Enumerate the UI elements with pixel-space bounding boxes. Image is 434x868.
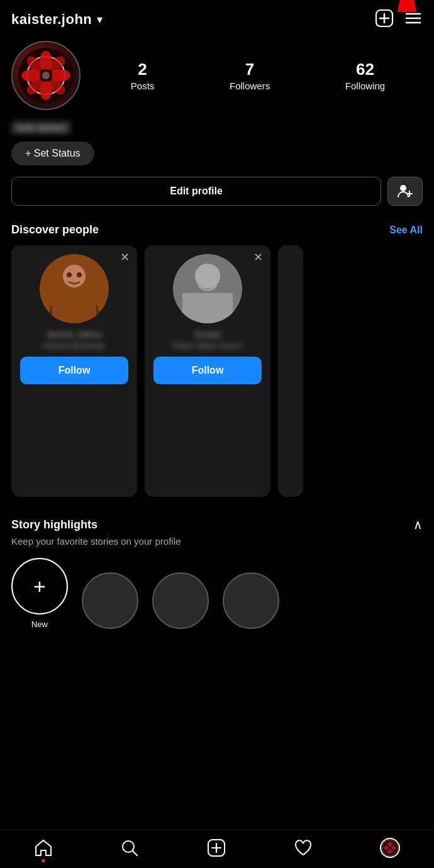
- card-avatar-image-1: [40, 254, 109, 323]
- followers-stat[interactable]: 7 Followers: [230, 60, 270, 91]
- card-avatar-image-2: [173, 254, 242, 323]
- header-right: [375, 9, 423, 30]
- card-close-button-2[interactable]: ✕: [253, 252, 263, 263]
- avatar-svg: [18, 47, 74, 104]
- bio-name: John Stones: [11, 121, 70, 134]
- add-person-icon: [397, 183, 413, 199]
- following-count: 62: [356, 60, 374, 79]
- person1-avatar-svg: [40, 254, 109, 323]
- svg-point-40: [384, 847, 389, 850]
- chevron-down-icon[interactable]: ▾: [97, 13, 103, 26]
- card-avatar-1: [40, 254, 109, 323]
- card-avatar-2: [173, 254, 242, 323]
- posts-label: Posts: [131, 81, 155, 91]
- svg-point-18: [42, 72, 50, 79]
- see-all-link[interactable]: See All: [389, 225, 423, 236]
- nav-add[interactable]: [207, 838, 226, 857]
- avatar-image: [13, 42, 79, 109]
- discover-cards-scroll: ✕ berenic_fatima Fatima Hernandez Follow: [0, 245, 434, 508]
- add-post-button[interactable]: [375, 9, 394, 30]
- set-status-label: + Set Status: [25, 148, 81, 159]
- menu-icon: [404, 9, 423, 28]
- nav-avatar-svg: [383, 841, 397, 855]
- highlight-circle-1: [82, 572, 138, 629]
- svg-point-41: [391, 847, 396, 850]
- highlights-row: + New: [11, 558, 423, 629]
- card-close-button-1[interactable]: ✕: [120, 252, 130, 263]
- svg-point-38: [389, 842, 392, 847]
- following-stat[interactable]: 62 Following: [345, 60, 385, 91]
- person2-avatar-svg: [173, 254, 242, 323]
- card-username-2: frizzpel: [153, 330, 262, 339]
- card-displayname-1: Fatima Hernandez: [20, 342, 128, 350]
- person-card-partial-3: [278, 245, 303, 497]
- highlight-new[interactable]: + New: [11, 558, 68, 629]
- hamburger-menu-button[interactable]: [404, 9, 423, 30]
- heart-icon: [294, 838, 313, 857]
- svg-point-42: [389, 847, 391, 849]
- svg-point-19: [400, 185, 406, 191]
- nav-profile-avatar: [380, 838, 400, 858]
- card-username-1: berenic_fatima: [20, 330, 128, 339]
- add-icon: [207, 838, 226, 857]
- follow-button-1[interactable]: Follow: [20, 357, 128, 384]
- highlight-circle-3: [223, 572, 279, 629]
- profile-avatar[interactable]: [11, 41, 81, 110]
- person-card-2: ✕ frizzpel Fritzie Villarin Acesor Follo…: [145, 245, 270, 497]
- svg-point-26: [77, 272, 82, 277]
- highlights-header: Story highlights ∧: [11, 517, 423, 532]
- add-friend-button[interactable]: [387, 177, 423, 206]
- add-square-icon: [375, 9, 394, 28]
- person-card-1: ✕ berenic_fatima Fatima Hernandez Follow: [11, 245, 137, 497]
- nav-home[interactable]: [34, 838, 53, 857]
- followers-label: Followers: [230, 81, 270, 91]
- discover-title: Discover people: [11, 223, 99, 236]
- chevron-up-icon[interactable]: ∧: [413, 517, 423, 532]
- following-label: Following: [345, 81, 385, 91]
- highlight-1[interactable]: [82, 572, 138, 629]
- follow-button-2[interactable]: Follow: [153, 357, 262, 384]
- header: kaister.john ▾: [0, 0, 434, 36]
- set-status-button[interactable]: + Set Status: [11, 142, 94, 165]
- svg-rect-24: [52, 291, 96, 323]
- highlight-new-label: New: [31, 620, 48, 629]
- nav-profile[interactable]: [380, 838, 400, 858]
- home-dot: [42, 859, 45, 862]
- svg-rect-30: [182, 293, 233, 323]
- svg-line-32: [133, 851, 137, 855]
- nav-search[interactable]: [120, 838, 139, 857]
- profile-section: 2 Posts 7 Followers 62 Following: [0, 36, 434, 119]
- highlights-title: Story highlights: [11, 518, 97, 531]
- highlight-circle-2: [152, 572, 209, 629]
- bottom-nav: [0, 830, 434, 868]
- highlight-2[interactable]: [152, 572, 209, 629]
- action-row: Edit profile: [0, 177, 434, 217]
- plus-icon: +: [33, 574, 46, 599]
- highlight-circle-new: +: [11, 558, 68, 615]
- search-icon: [120, 838, 139, 857]
- header-left: kaister.john ▾: [11, 11, 103, 28]
- svg-point-28: [195, 264, 220, 289]
- discover-people-header: Discover people See All: [0, 217, 434, 245]
- svg-point-25: [67, 272, 72, 277]
- home-icon: [34, 838, 53, 857]
- nav-activity[interactable]: [294, 838, 313, 857]
- card-displayname-2: Fritzie Villarin Acesor: [153, 342, 262, 350]
- posts-count: 2: [138, 60, 147, 79]
- posts-stat[interactable]: 2 Posts: [131, 60, 155, 91]
- svg-point-39: [389, 849, 392, 854]
- bio-section: John Stones: [0, 119, 434, 142]
- username: kaister.john: [11, 11, 92, 28]
- highlights-subtitle: Keep your favorite stories on your profi…: [11, 536, 423, 547]
- highlight-3[interactable]: [223, 572, 279, 629]
- stats-row: 2 Posts 7 Followers 62 Following: [93, 60, 423, 91]
- story-highlights-section: Story highlights ∧ Keep your favorite st…: [0, 508, 434, 640]
- followers-count: 7: [245, 60, 254, 79]
- edit-profile-button[interactable]: Edit profile: [11, 177, 381, 206]
